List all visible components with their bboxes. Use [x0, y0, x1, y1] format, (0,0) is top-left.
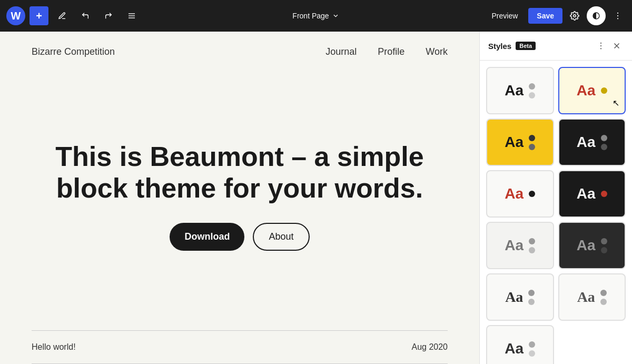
style-card-default[interactable]: Aa [486, 67, 554, 114]
hero-section: This is Beaumont – a simple block theme … [0, 72, 479, 320]
nav-item-profile[interactable]: Profile [378, 46, 404, 57]
svg-point-8 [600, 45, 601, 46]
wp-logo-icon[interactable]: W [6, 6, 25, 25]
panel-title: Styles [488, 42, 511, 51]
redo-button[interactable] [99, 6, 118, 25]
canvas: Bizarre Competition Journal Profile Work… [0, 32, 479, 364]
more-options-button[interactable] [610, 8, 626, 24]
style-card-dark-orange[interactable]: Aa [558, 170, 626, 218]
undo-button[interactable] [76, 6, 95, 25]
style-card-dark1[interactable]: Aa [558, 119, 626, 166]
style-card-yellow[interactable]: Aa [486, 119, 554, 166]
contrast-toggle-button[interactable] [587, 6, 606, 25]
posts-section: Hello world! Aug 2020 [0, 330, 479, 364]
style-card-serif2[interactable]: Aa [558, 273, 626, 321]
post-title: Hello world! [32, 342, 76, 352]
style-card-bottom[interactable]: Aa [486, 325, 554, 364]
svg-point-7 [600, 43, 601, 44]
site-header: Bizarre Competition Journal Profile Work [0, 32, 479, 72]
nav-item-work[interactable]: Work [426, 46, 448, 57]
svg-point-6 [617, 18, 618, 19]
settings-button[interactable] [567, 8, 582, 24]
save-button[interactable]: Save [528, 8, 562, 24]
styles-grid: AaAa↖AaAaAaAaAaAaAaAaAa [480, 61, 632, 364]
post-date: Aug 2020 [411, 342, 448, 352]
preview-button[interactable]: Preview [486, 8, 525, 23]
nav-item-journal[interactable]: Journal [325, 46, 357, 57]
svg-point-3 [574, 15, 576, 17]
svg-point-5 [617, 15, 618, 16]
about-button[interactable]: About [253, 223, 309, 251]
page-title-text: Front Page [292, 12, 329, 20]
edit-tools-button[interactable] [53, 6, 72, 25]
panel-more-button[interactable] [594, 39, 608, 53]
post-divider-top [32, 330, 448, 331]
download-button[interactable]: Download [170, 223, 244, 251]
site-nav: Journal Profile Work [325, 46, 448, 57]
panel-header: Styles Beta [480, 32, 632, 61]
style-card-light2[interactable]: Aa [486, 222, 554, 269]
style-card-serif1[interactable]: Aa [486, 273, 554, 321]
hero-title: This is Beaumont – a simple block theme … [50, 141, 429, 204]
add-block-button[interactable]: + [29, 6, 48, 25]
toolbar-right: Preview Save [486, 6, 626, 25]
svg-point-4 [617, 13, 618, 14]
post-row[interactable]: Hello world! Aug 2020 [32, 338, 448, 356]
styles-panel: Styles Beta AaAa↖AaAaAaAaAaAaAaAaAa [479, 32, 632, 364]
hero-buttons: Download About [170, 223, 309, 251]
panel-header-right [594, 39, 624, 53]
panel-close-button[interactable] [610, 39, 624, 53]
style-card-dark2[interactable]: Aa [558, 222, 626, 269]
page-title-area: Front Page [287, 8, 344, 23]
site-title: Bizarre Competition [32, 46, 115, 57]
page-title-button[interactable]: Front Page [287, 8, 344, 23]
toolbar: W + Front Page Preview Save [0, 0, 632, 32]
style-card-red-black[interactable]: Aa [486, 170, 554, 218]
style-card-yellow-accent[interactable]: Aa↖ [558, 67, 626, 114]
panel-header-left: Styles Beta [488, 42, 536, 51]
svg-point-9 [600, 48, 601, 49]
beta-badge: Beta [516, 42, 536, 50]
main-area: Bizarre Competition Journal Profile Work… [0, 32, 632, 364]
list-view-button[interactable] [122, 6, 141, 25]
